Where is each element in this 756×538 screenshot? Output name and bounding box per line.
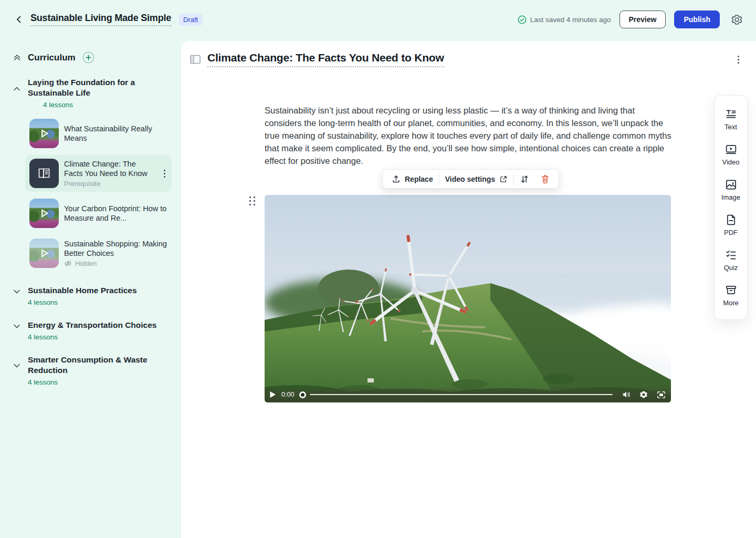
lesson-item-selected[interactable]: Climate Change: The Facts You Need to Kn… <box>25 155 172 192</box>
play-icon <box>269 391 276 398</box>
section-title: Sustainable Home Practices <box>28 285 137 296</box>
back-button[interactable] <box>13 13 25 26</box>
play-icon <box>37 206 51 220</box>
section-header[interactable]: Smarter Consumption & Waste Reduction 4 … <box>13 355 169 386</box>
curriculum-section: Energy & Transportation Choices 4 lesson… <box>0 306 181 341</box>
tool-label: Text <box>724 123 737 131</box>
lesson-page-title[interactable]: Climate Change: The Facts You Need to Kn… <box>207 51 444 67</box>
section-header[interactable]: Sustainable Home Practices 4 lessons <box>13 285 169 306</box>
quiz-block-icon <box>725 249 737 261</box>
video-thumbnail <box>29 239 59 268</box>
lesson-menu-button[interactable] <box>162 168 167 180</box>
video-settings-button[interactable]: Video settings <box>439 170 513 188</box>
lesson-title: Climate Change: The Facts You Need to Kn… <box>64 159 156 178</box>
chevron-down-icon <box>13 322 21 330</box>
lesson-item[interactable]: What Sustainability Really Means <box>25 115 172 152</box>
block-drag-handle[interactable] <box>249 196 256 205</box>
add-pdf-block-button[interactable]: PDF <box>715 208 747 243</box>
last-saved-status: Last saved 4 minutes ago <box>518 15 611 24</box>
chevron-down-icon <box>13 361 21 370</box>
delete-block-button[interactable] <box>535 170 555 188</box>
add-quiz-block-button[interactable]: Quiz <box>715 243 747 278</box>
chevron-up-icon <box>13 85 21 93</box>
video-play-button[interactable] <box>269 391 276 398</box>
section-title: Smarter Consumption & Waste Reduction <box>28 355 169 376</box>
hidden-status: Hidden <box>64 260 167 267</box>
section-header[interactable]: Laying the Foundation for a Sustainable … <box>13 77 169 109</box>
external-link-icon <box>499 175 508 183</box>
lesson-item-hidden[interactable]: Sustainable Shopping: Making Better Choi… <box>25 235 172 272</box>
status-badge: Draft <box>178 14 203 26</box>
chevron-left-icon <box>14 15 24 24</box>
lesson-title: Sustainable Shopping: Making Better Choi… <box>64 239 167 258</box>
replace-button[interactable]: Replace <box>386 170 439 188</box>
gear-icon <box>731 14 742 25</box>
text-block-icon <box>725 108 737 120</box>
lesson-title: Your Carbon Footprint: How to Measure an… <box>64 204 167 223</box>
curriculum-section: Sustainable Home Practices 4 lessons <box>0 275 181 306</box>
course-title[interactable]: Sustainable Living Made Simple <box>30 13 171 26</box>
video-block-icon <box>725 143 737 156</box>
lesson-title: What Sustainability Really Means <box>64 124 167 143</box>
top-bar: Sustainable Living Made Simple Draft Las… <box>0 0 756 39</box>
volume-icon[interactable] <box>622 391 631 398</box>
hidden-label: Hidden <box>75 260 97 267</box>
add-image-block-button[interactable]: Image <box>715 172 747 208</box>
section-lesson-count: 4 lessons <box>43 101 169 109</box>
tool-label: Video <box>722 158 739 166</box>
video-time: 0:00 <box>281 391 294 398</box>
video-player[interactable]: 0:00 <box>265 195 671 402</box>
lesson-paragraph[interactable]: Sustainability isn’t just about recyclin… <box>265 104 672 167</box>
lesson-options-button[interactable] <box>736 54 741 66</box>
add-video-block-button[interactable]: Video <box>715 137 747 172</box>
section-lesson-count: 4 lessons <box>28 333 156 341</box>
video-controls: 0:00 <box>265 387 671 402</box>
curriculum-header: Curriculum <box>28 53 76 63</box>
tool-label: Image <box>721 193 740 201</box>
chevron-down-icon <box>13 287 21 296</box>
video-scrubber-handle[interactable] <box>299 391 306 398</box>
play-icon <box>37 246 51 260</box>
fullscreen-icon[interactable] <box>657 391 666 399</box>
preview-button[interactable]: Preview <box>620 11 666 28</box>
lesson-item[interactable]: Your Carbon Footprint: How to Measure an… <box>25 195 172 232</box>
video-progress-track[interactable] <box>310 394 613 395</box>
lesson-subtitle: Prerequisite <box>64 180 156 188</box>
reading-lesson-icon-tile <box>29 159 59 188</box>
pdf-block-icon <box>725 214 737 226</box>
tool-label: PDF <box>724 229 738 236</box>
section-title: Laying the Foundation for a Sustainable … <box>28 77 169 98</box>
section-lesson-count: 4 lessons <box>28 378 169 386</box>
trash-icon <box>541 174 550 184</box>
add-section-button[interactable] <box>82 51 94 64</box>
curriculum-sidebar: Curriculum Laying the Foundation for a S… <box>0 39 181 538</box>
video-block-toolbar: Replace Video settings <box>382 169 559 189</box>
play-icon <box>37 127 51 140</box>
video-thumbnail <box>29 119 59 148</box>
settings-button[interactable] <box>731 14 742 25</box>
open-book-icon <box>37 167 51 180</box>
tool-label: Quiz <box>724 264 738 272</box>
toggle-sidebar-icon[interactable] <box>190 55 201 64</box>
video-thumbnail <box>29 199 59 228</box>
swap-vertical-icon <box>520 174 529 184</box>
video-frame-windfarm <box>265 195 671 402</box>
curriculum-section: Laying the Foundation for a Sustainable … <box>0 64 181 109</box>
section-lesson-count: 4 lessons <box>28 298 137 306</box>
video-settings-icon[interactable] <box>639 390 648 399</box>
lesson-editor-panel: Climate Change: The Facts You Need to Kn… <box>181 41 756 538</box>
curriculum-section: Smarter Consumption & Waste Reduction 4 … <box>0 341 181 386</box>
publish-button[interactable]: Publish <box>674 11 720 28</box>
move-block-button[interactable] <box>514 170 535 188</box>
archive-box-icon <box>725 284 737 296</box>
eye-off-icon <box>64 260 72 267</box>
image-block-icon <box>725 179 737 191</box>
more-blocks-button[interactable]: More <box>715 278 747 313</box>
collapse-all-icon[interactable] <box>13 53 22 62</box>
tool-label: More <box>723 299 739 307</box>
check-circle-icon <box>518 15 527 24</box>
section-header[interactable]: Energy & Transportation Choices 4 lesson… <box>13 320 169 341</box>
last-saved-text: Last saved 4 minutes ago <box>530 16 611 24</box>
add-text-block-button[interactable]: Text <box>715 102 747 137</box>
block-toolbox: Text Video Image PDF Quiz More <box>714 95 748 320</box>
